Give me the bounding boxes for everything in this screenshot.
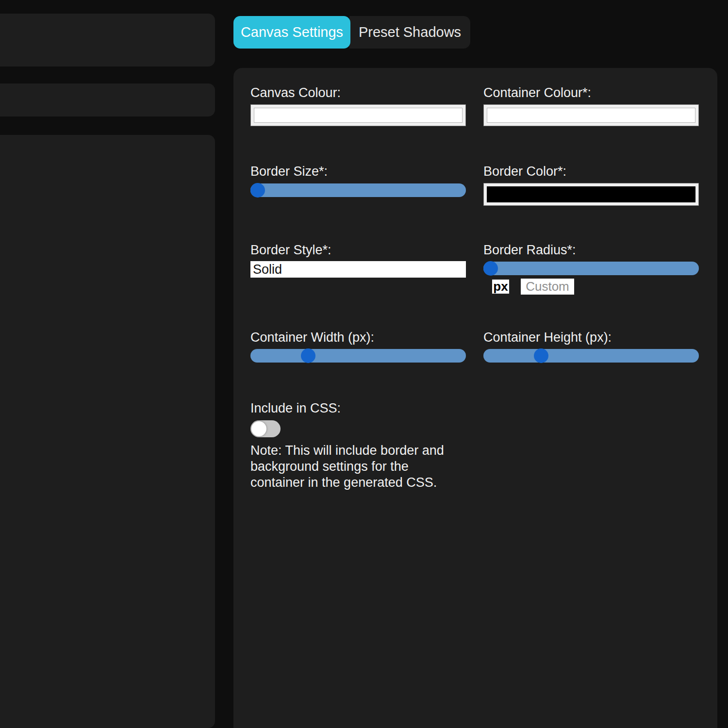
border-radius-label: Border Radius*: [483, 243, 576, 258]
canvas-colour-swatch [254, 108, 463, 123]
border-radius-unit-px-button[interactable]: px [491, 279, 510, 295]
container-height-slider-track[interactable] [483, 349, 699, 363]
border-radius-unit-custom-button[interactable]: Custom [521, 279, 574, 295]
container-colour-label: Container Colour*: [483, 85, 591, 100]
container-width-label: Container Width (px): [250, 330, 374, 345]
container-height-label: Container Height (px): [483, 330, 612, 345]
border-radius-slider[interactable] [483, 262, 699, 275]
sidebar-panel-top [0, 14, 215, 66]
border-radius-slider-track[interactable] [483, 262, 699, 275]
border-size-slider-track[interactable] [250, 183, 466, 197]
container-colour-swatch [487, 108, 695, 123]
tab-canvas-settings[interactable]: Canvas Settings [233, 16, 350, 49]
include-in-css-label: Include in CSS: [250, 401, 341, 416]
border-style-select[interactable]: Solid [250, 261, 466, 278]
container-width-slider-track[interactable] [250, 349, 466, 363]
canvas-settings-panel: Canvas Colour: Container Colour*: Border… [233, 68, 717, 728]
canvas-colour-input[interactable] [250, 104, 466, 126]
container-height-slider[interactable] [483, 349, 699, 363]
tab-preset-shadows[interactable]: Preset Shadows [349, 16, 470, 49]
sidebar-panel-bottom [0, 135, 215, 728]
border-size-slider[interactable] [250, 183, 466, 197]
canvas-colour-label: Canvas Colour: [250, 85, 341, 100]
border-size-slider-thumb[interactable] [250, 183, 265, 198]
container-width-slider-thumb[interactable] [301, 348, 315, 363]
settings-tabbar: Canvas Settings Preset Shadows [233, 16, 470, 49]
border-color-swatch [487, 186, 695, 202]
sidebar-panel-middle [0, 83, 215, 116]
container-height-slider-thumb[interactable] [534, 348, 548, 363]
border-size-label: Border Size*: [250, 164, 328, 179]
include-in-css-note: Note: This will include border andbackgr… [250, 443, 474, 491]
include-in-css-toggle-knob[interactable] [251, 421, 266, 436]
container-colour-input[interactable] [483, 104, 699, 126]
include-in-css-toggle[interactable] [250, 420, 281, 437]
border-color-input[interactable] [483, 183, 699, 206]
border-style-label: Border Style*: [250, 243, 331, 258]
border-radius-slider-thumb[interactable] [483, 261, 498, 276]
container-width-slider[interactable] [250, 349, 466, 363]
border-color-label: Border Color*: [483, 164, 566, 179]
